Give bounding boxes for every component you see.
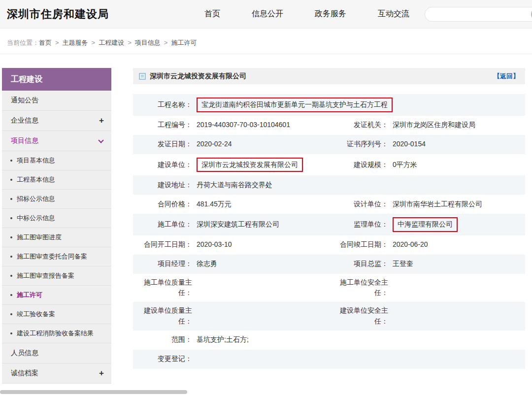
breadcrumb-link[interactable]: 工程建设	[99, 39, 124, 46]
field: 证书序列号：2020-0154	[329, 135, 525, 154]
field: 施工单位安全主任：	[329, 274, 525, 302]
plus-icon: +	[99, 116, 104, 126]
sidebar-item-label: 人员信息	[11, 349, 38, 358]
plus-icon: +	[99, 368, 104, 378]
field-label: 建设规模：	[329, 160, 388, 170]
horizontal-scrollbar[interactable]	[0, 390, 187, 394]
breadcrumb: 当前位置：首页>主题服务>工程建设>项目信息>施工许可	[0, 29, 532, 54]
sidebar-item[interactable]: 施工图审图进度	[2, 228, 111, 247]
sidebar-item[interactable]: 施工图审查报告备案	[2, 266, 111, 286]
sidebar-item-label: 施工许可	[17, 291, 42, 299]
field: 建设单位：深圳市云龙城投资发展有限公司	[133, 154, 329, 176]
sidebar-item[interactable]: 项目基本信息	[2, 151, 111, 170]
field-value: 徐志勇	[192, 259, 217, 269]
sidebar-item[interactable]: 施工图审查委托合同备案	[2, 247, 111, 266]
table-row: 建设地址：丹荷大道与南谷路交界处	[133, 175, 525, 195]
field: 合同竣工日期：2020-06-20	[329, 235, 525, 255]
field-value-text: 王登奎	[393, 260, 413, 267]
field: 合同价格：481.45万元	[133, 195, 329, 214]
field-label: 合同竣工日期：	[329, 239, 388, 250]
field: 建设规模：0平方米	[329, 154, 525, 176]
field: 项目总监：王登奎	[329, 255, 525, 274]
field: 项目经理：徐志勇	[133, 255, 329, 274]
chevron-down-icon	[98, 137, 103, 143]
field: 合同开工日期：2020-03-10	[133, 235, 329, 255]
field-value: 王登奎	[388, 259, 413, 269]
sidebar-item[interactable]: 诚信档案+	[2, 363, 111, 384]
field-value-text: 2020-06-20	[393, 240, 428, 248]
sidebar-item[interactable]: 竣工验收备案	[2, 305, 111, 324]
table-row: 建设单位：深圳市云龙城投资发展有限公司建设规模：0平方米	[133, 154, 525, 176]
top-nav: 首页信息公开政务服务互动交流	[204, 9, 409, 19]
field-value: 2020-06-20	[388, 240, 428, 250]
table-row: 施工单位：深圳深安建筑工程有限公司监理单位：中海监理有限公司	[133, 214, 525, 235]
table-row: 施工单位质量主任：施工单位安全主任：	[133, 274, 525, 302]
bullet-icon	[10, 313, 12, 315]
breadcrumb-separator: >	[92, 39, 96, 46]
field-label: 建设单位质量主任：	[133, 305, 192, 327]
field-label: 建设地址：	[133, 180, 192, 191]
sidebar-item-label: 招标公示信息	[17, 195, 55, 203]
field-label: 建设单位安全主任：	[329, 305, 388, 327]
field-value: 2020-0154	[388, 139, 426, 149]
breadcrumb-separator: >	[164, 39, 168, 46]
table-row: 合同价格：481.45万元设计单位：深圳市南华岩土工程有限公司	[133, 195, 525, 214]
bullet-icon	[10, 160, 12, 162]
sidebar-title: 工程建设	[2, 68, 111, 91]
table-row: 项目经理：徐志勇项目总监：王登奎	[133, 255, 525, 274]
field: 施工单位质量主任：	[133, 274, 329, 302]
nav-item-1[interactable]: 首页	[204, 9, 220, 19]
nav-item-3[interactable]: 政务服务	[315, 9, 346, 19]
sidebar-item[interactable]: 建设工程消防验收备案结果	[2, 324, 111, 343]
sidebar-item[interactable]: 工程基本信息	[2, 170, 111, 190]
table-row: 建设单位质量主任：建设单位安全主任：	[133, 302, 525, 330]
sidebar-item-label: 中标公示信息	[17, 214, 55, 223]
table-row: 合同开工日期：2020-03-10合同竣工日期：2020-06-20	[133, 235, 525, 255]
field-value: 深圳深安建筑工程有限公司	[192, 220, 279, 230]
sidebar-item[interactable]: 通知公告	[2, 91, 111, 111]
breadcrumb-link[interactable]: 首页	[39, 39, 52, 46]
field-value: 基坑支护;土石方;	[192, 335, 249, 345]
field-value: 2019-440307-70-03-10104601	[192, 120, 290, 130]
sidebar-item-label: 建设工程消防验收备案结果	[17, 329, 94, 338]
sidebar-item[interactable]: 企业信息+	[2, 111, 111, 131]
sidebar-item[interactable]: 招标公示信息	[2, 190, 111, 209]
bullet-icon	[10, 256, 12, 258]
nav-item-4[interactable]: 互动交流	[378, 9, 409, 19]
breadcrumb-link[interactable]: 项目信息	[135, 39, 161, 46]
field-label: 证书序列号：	[329, 139, 388, 150]
sidebar-item[interactable]: 项目信息	[2, 131, 111, 151]
field-value-text: 481.45万元	[197, 200, 232, 208]
field: 变更登记：	[133, 350, 525, 369]
table-row: 工程编号：2019-440307-70-03-10104601发证机关：深圳市龙…	[133, 116, 525, 135]
bullet-icon	[10, 332, 12, 334]
sidebar-item[interactable]: 人员信息	[2, 343, 111, 363]
breadcrumb-separator: >	[128, 39, 132, 46]
table-row: 发证日期：2020-02-24证书序列号：2020-0154	[133, 135, 525, 154]
bullet-icon	[10, 179, 12, 181]
search-input[interactable]	[425, 7, 531, 21]
sidebar-item[interactable]: 施工许可	[2, 286, 111, 305]
sidebar-item-label: 项目信息	[11, 136, 38, 145]
breadcrumb-link[interactable]: 主题服务	[63, 39, 88, 46]
back-link[interactable]: 【返回】	[494, 72, 519, 81]
field-label: 建设单位：	[133, 160, 192, 170]
field-label: 发证日期：	[133, 139, 192, 150]
field-label: 施工单位质量主任：	[133, 277, 192, 298]
field: 建设单位安全主任：	[329, 302, 525, 330]
field: 监理单位：中海监理有限公司	[329, 214, 525, 235]
field-label: 监理单位：	[329, 219, 388, 230]
field-value-text: 2020-02-24	[197, 140, 232, 148]
bullet-icon	[10, 198, 12, 200]
field-label: 工程编号：	[133, 120, 192, 131]
field-value-text: 2019-440307-70-03-10104601	[197, 121, 290, 129]
field-label: 项目总监：	[329, 259, 388, 269]
nav-item-2[interactable]: 信息公开	[252, 9, 283, 19]
field-label: 范围：	[133, 334, 192, 345]
sidebar-item[interactable]: 中标公示信息	[2, 209, 111, 228]
field-label: 施工单位：	[133, 219, 192, 230]
main-titlebar: 深圳市云龙城投资发展有限公司 【返回】	[133, 68, 525, 84]
table-row: 变更登记：	[133, 350, 525, 369]
breadcrumb-link[interactable]: 施工许可	[171, 39, 197, 46]
red-annotation-box: 宝龙街道南约积谷田城市更新单元一期基坑支护与土石方工程	[197, 98, 393, 112]
